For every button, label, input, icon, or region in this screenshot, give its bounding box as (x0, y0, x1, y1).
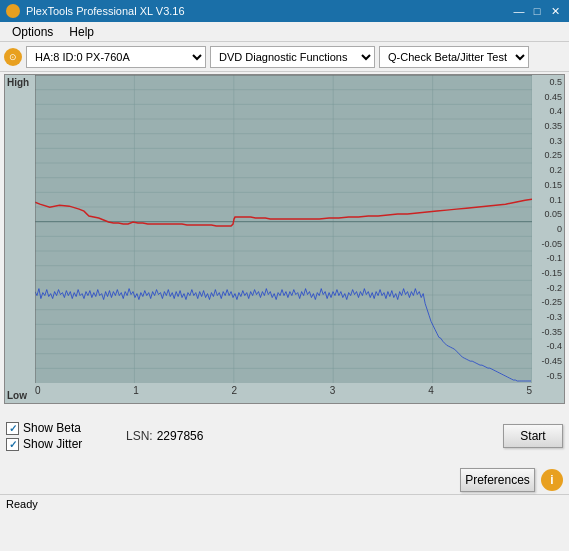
y-label-high: High (7, 77, 33, 88)
y-right-label: -0.2 (534, 283, 562, 293)
title-bar-left: PlexTools Professional XL V3.16 (6, 4, 185, 18)
bottom-panel: Show Beta Show Jitter LSN: 2297856 Start (0, 406, 569, 466)
y-right-label: 0.15 (534, 180, 562, 190)
toolbar: ⊙ HA:8 ID:0 PX-760A DVD Diagnostic Funct… (0, 42, 569, 72)
lsn-value: 2297856 (157, 429, 204, 443)
y-right-label: 0.05 (534, 209, 562, 219)
chart-svg (35, 75, 532, 383)
title-controls: — □ ✕ (511, 4, 563, 18)
y-right-label: 0.4 (534, 106, 562, 116)
close-button[interactable]: ✕ (547, 4, 563, 18)
y-axis-right: 0.5 0.45 0.4 0.35 0.3 0.25 0.2 0.15 0.1 … (532, 75, 564, 383)
maximize-button[interactable]: □ (529, 4, 545, 18)
x-label-1: 1 (133, 385, 139, 396)
y-right-label: 0.5 (534, 77, 562, 87)
y-right-label: -0.05 (534, 239, 562, 249)
y-label-low: Low (7, 390, 33, 401)
drive-select[interactable]: HA:8 ID:0 PX-760A (26, 46, 206, 68)
y-right-label: -0.35 (534, 327, 562, 337)
status-text: Ready (6, 498, 38, 510)
chart-plot (35, 75, 532, 383)
preferences-button[interactable]: Preferences (460, 468, 535, 492)
y-right-label: -0.1 (534, 253, 562, 263)
y-right-label: 0.45 (534, 92, 562, 102)
x-label-4: 4 (428, 385, 434, 396)
info-button[interactable]: i (541, 469, 563, 491)
x-axis: 0 1 2 3 4 5 (35, 383, 532, 403)
chart-container: High Low (4, 74, 565, 404)
window-title: PlexTools Professional XL V3.16 (26, 5, 185, 17)
checkboxes-container: Show Beta Show Jitter (6, 421, 106, 451)
x-label-3: 3 (330, 385, 336, 396)
x-label-5: 5 (526, 385, 532, 396)
y-right-label: 0.1 (534, 195, 562, 205)
menu-help[interactable]: Help (61, 23, 102, 41)
minimize-button[interactable]: — (511, 4, 527, 18)
y-right-label: 0.25 (534, 150, 562, 160)
title-bar: PlexTools Professional XL V3.16 — □ ✕ (0, 0, 569, 22)
y-right-label: 0.35 (534, 121, 562, 131)
function-select[interactable]: DVD Diagnostic Functions (210, 46, 375, 68)
y-right-label: 0.2 (534, 165, 562, 175)
y-axis-left: High Low (5, 75, 35, 403)
show-jitter-checkbox[interactable] (6, 438, 19, 451)
show-jitter-row: Show Jitter (6, 437, 106, 451)
y-right-label: -0.25 (534, 297, 562, 307)
prefs-row: Preferences i (0, 466, 569, 494)
menu-options[interactable]: Options (4, 23, 61, 41)
drive-icon: ⊙ (4, 48, 22, 66)
x-label-2: 2 (232, 385, 238, 396)
start-button[interactable]: Start (503, 424, 563, 448)
y-right-label: 0 (534, 224, 562, 234)
status-bar: Ready (0, 494, 569, 512)
menu-bar: Options Help (0, 22, 569, 42)
lsn-area: LSN: 2297856 (126, 429, 203, 443)
app-icon (6, 4, 20, 18)
show-jitter-label: Show Jitter (23, 437, 82, 451)
test-select[interactable]: Q-Check Beta/Jitter Test (379, 46, 529, 68)
right-controls: Start (503, 424, 563, 448)
y-right-label: -0.15 (534, 268, 562, 278)
y-right-label: -0.45 (534, 356, 562, 366)
show-beta-checkbox[interactable] (6, 422, 19, 435)
y-right-label: -0.4 (534, 341, 562, 351)
show-beta-row: Show Beta (6, 421, 106, 435)
x-label-0: 0 (35, 385, 41, 396)
show-beta-label: Show Beta (23, 421, 81, 435)
svg-rect-0 (35, 75, 532, 383)
y-right-label: 0.3 (534, 136, 562, 146)
y-right-label: -0.5 (534, 371, 562, 381)
y-right-label: -0.3 (534, 312, 562, 322)
lsn-label: LSN: (126, 429, 153, 443)
